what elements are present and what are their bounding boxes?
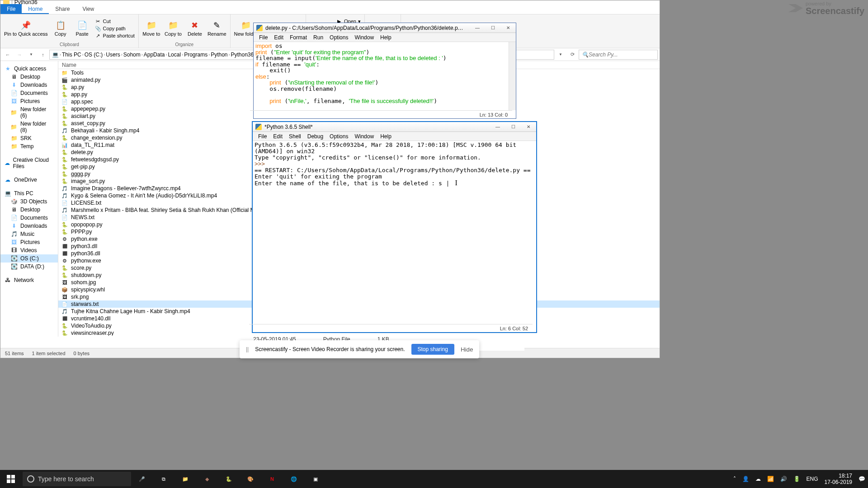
nav-up-button[interactable]: ↑ xyxy=(38,49,48,60)
taskbar-terminal-icon[interactable]: ▣ xyxy=(305,470,326,488)
hide-banner-button[interactable]: Hide xyxy=(461,346,473,353)
tray-people-icon[interactable]: 👤 xyxy=(742,476,749,482)
copy-path-button[interactable]: Copy path xyxy=(95,25,135,32)
paste-shortcut-button[interactable]: Paste shortcut xyxy=(95,33,135,39)
sidebar-documents-2[interactable]: Documents xyxy=(0,214,58,222)
editor-menu-run[interactable]: Run xyxy=(311,34,326,41)
sidebar-network[interactable]: Network xyxy=(0,276,58,284)
sidebar-documents[interactable]: Documents xyxy=(0,89,58,97)
sidebar-quick-access[interactable]: Quick access xyxy=(0,65,58,73)
nav-back-button[interactable]: ← xyxy=(2,49,13,60)
breadcrumb-segment[interactable]: This PC xyxy=(62,52,81,58)
taskbar-chrome-icon[interactable]: 🌐 xyxy=(283,470,305,488)
editor-minimize-button[interactable]: — xyxy=(470,23,485,32)
breadcrumb-segment[interactable]: Local xyxy=(168,52,181,58)
shell-menu-debug[interactable]: Debug xyxy=(305,133,326,140)
breadcrumb-segment[interactable]: OS (C:) xyxy=(85,52,103,58)
shell-menu-help[interactable]: Help xyxy=(377,133,394,140)
nav-refresh-button[interactable]: ▼ xyxy=(555,49,566,60)
paste-button[interactable]: Paste xyxy=(73,20,91,37)
code-editor[interactable]: import os print ("Enter 'quit' for exiti… xyxy=(254,42,516,109)
shell-menu-options[interactable]: Options xyxy=(327,133,351,140)
sidebar-pictures-2[interactable]: Pictures xyxy=(0,238,58,246)
taskbar-explorer-icon[interactable]: 📁 xyxy=(175,470,196,488)
shell-menu-edit[interactable]: Edit xyxy=(270,133,285,140)
taskbar-netflix-icon[interactable]: N xyxy=(261,470,283,488)
editor-menu-window[interactable]: Window xyxy=(352,34,377,41)
taskbar-vs-icon[interactable]: ◆ xyxy=(196,470,218,488)
tab-share[interactable]: Share xyxy=(49,4,76,14)
tray-language[interactable]: ENG xyxy=(807,476,818,482)
tray-chevron-icon[interactable]: ˄ xyxy=(733,476,736,482)
nav-recent-button[interactable]: ▼ xyxy=(26,49,37,60)
rename-button[interactable]: Rename xyxy=(208,20,226,37)
sidebar-nf8[interactable]: New folder (8) xyxy=(0,120,58,134)
copy-button[interactable]: Copy xyxy=(52,20,70,37)
sidebar-desktop-2[interactable]: Desktop xyxy=(0,206,58,214)
tray-clock[interactable]: 18:1717-06-2019 xyxy=(825,473,852,486)
editor-menu-help[interactable]: Help xyxy=(377,34,394,41)
sidebar-onedrive[interactable]: OneDrive xyxy=(0,176,58,184)
breadcrumb-segment[interactable]: Python xyxy=(211,52,227,58)
sidebar-creative-cloud[interactable]: Creative Cloud Files xyxy=(0,156,58,170)
sidebar-data-d[interactable]: DATA (D:) xyxy=(0,263,58,271)
nav-forward-button[interactable]: → xyxy=(14,49,25,60)
start-button[interactable] xyxy=(0,470,22,488)
sidebar-downloads[interactable]: Downloads xyxy=(0,81,58,89)
task-view-button[interactable]: ⧉ xyxy=(153,470,175,488)
sidebar-srk[interactable]: SRK xyxy=(0,134,58,142)
tab-view[interactable]: View xyxy=(76,4,100,14)
sidebar-nf6[interactable]: New folder (6) xyxy=(0,105,58,120)
tray-volume-icon[interactable]: 🔊 xyxy=(780,476,787,482)
svg-rect-3 xyxy=(11,479,15,483)
sidebar-this-pc[interactable]: This PC xyxy=(0,189,58,197)
cut-button[interactable]: Cut xyxy=(95,18,135,24)
sidebar-3d-objects[interactable]: 3D Objects xyxy=(0,197,58,206)
editor-menu-edit[interactable]: Edit xyxy=(271,34,286,41)
sidebar-os-c[interactable]: OS (C:) xyxy=(0,254,58,263)
breadcrumb-segment[interactable]: AppData xyxy=(144,52,165,58)
sidebar-videos[interactable]: Videos xyxy=(0,246,58,254)
tray-onedrive-icon[interactable]: ☁ xyxy=(755,476,761,482)
sidebar-temp[interactable]: Temp xyxy=(0,142,58,150)
shell-maximize-button[interactable]: ☐ xyxy=(505,122,521,131)
editor-menu-file[interactable]: File xyxy=(256,34,270,41)
shell-titlebar: *Python 3.6.5 Shell* — ☐ ✕ xyxy=(253,122,536,132)
move-to-button[interactable]: Move to xyxy=(142,20,160,37)
tab-file[interactable]: File xyxy=(0,4,22,14)
tab-home[interactable]: Home xyxy=(22,4,49,14)
shell-menu-shell[interactable]: Shell xyxy=(286,133,304,140)
editor-menu-options[interactable]: Options xyxy=(327,34,351,41)
nav-refresh-icon[interactable]: ⟳ xyxy=(567,49,578,60)
shell-output[interactable]: Python 3.6.5 (v3.6.5:f59c0932b4, Mar 28 … xyxy=(253,141,536,324)
breadcrumb-segment[interactable]: Users xyxy=(106,52,120,58)
shell-menu-window[interactable]: Window xyxy=(352,133,377,140)
taskbar-search[interactable]: Type here to search xyxy=(23,472,131,486)
editor-menu-format[interactable]: Format xyxy=(287,34,310,41)
tray-notifications-icon[interactable]: 💬 xyxy=(859,476,865,482)
shell-minimize-button[interactable]: — xyxy=(490,122,505,131)
pin-quick-access-button[interactable]: Pin to Quick access xyxy=(4,20,48,37)
editor-maximize-button[interactable]: ☐ xyxy=(485,23,500,32)
shell-menu-file[interactable]: File xyxy=(255,133,269,140)
cortana-mic-icon[interactable]: 🎤 xyxy=(131,470,153,488)
breadcrumb-segment[interactable]: Sohom xyxy=(123,52,141,58)
sidebar-downloads-2[interactable]: Downloads xyxy=(0,222,58,230)
tray-battery-icon[interactable]: 🔋 xyxy=(793,476,800,482)
editor-close-button[interactable]: ✕ xyxy=(500,23,516,32)
breadcrumb-segment[interactable]: Programs xyxy=(184,52,208,58)
stop-sharing-button[interactable]: Stop sharing xyxy=(411,344,454,355)
file-name: fetwetesdgdsgsd.py xyxy=(71,156,119,163)
sidebar-pictures[interactable]: Pictures xyxy=(0,97,58,105)
sidebar-music[interactable]: Music xyxy=(0,230,58,238)
taskbar-paint-icon[interactable]: 🎨 xyxy=(240,470,261,488)
copy-to-button[interactable]: Copy to xyxy=(164,20,182,37)
taskbar-python-icon[interactable]: 🐍 xyxy=(218,470,240,488)
sidebar-desktop[interactable]: Desktop xyxy=(0,73,58,81)
delete-button[interactable]: Delete xyxy=(186,20,204,37)
tray-wifi-icon[interactable]: 📶 xyxy=(767,476,774,482)
editor-scrollbar[interactable] xyxy=(509,42,516,110)
breadcrumb-segment[interactable]: Python36 xyxy=(231,52,254,58)
shell-close-button[interactable]: ✕ xyxy=(521,122,536,131)
search-input[interactable]: 🔍Search Py... xyxy=(579,50,658,60)
